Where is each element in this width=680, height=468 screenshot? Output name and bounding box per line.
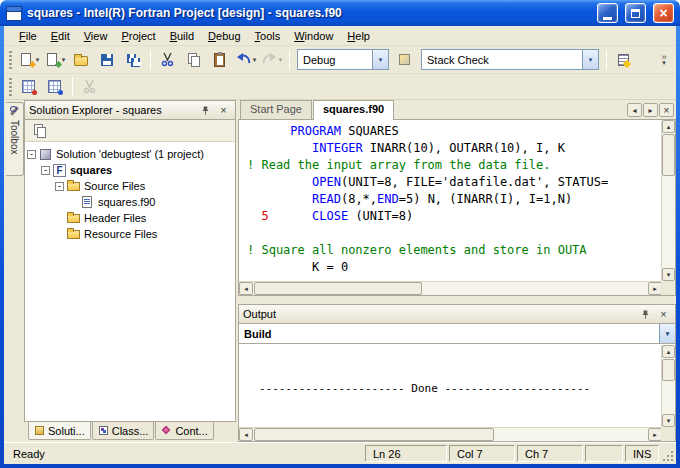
statusbar: Ready Ln 26 Col 7 Ch 7 INS — [4, 442, 676, 464]
menu-edit[interactable]: Edit — [44, 27, 77, 45]
toolbar-grip[interactable] — [9, 78, 12, 96]
titlebar[interactable]: squares - Intel(R) Fortran Project [desi… — [0, 0, 680, 26]
close-document-button[interactable]: × — [659, 103, 674, 117]
scroll-tabs-right-button[interactable]: ▸ — [643, 103, 658, 117]
paste-button[interactable] — [208, 48, 232, 72]
resize-grip[interactable] — [661, 445, 674, 462]
tab-contents[interactable]: Cont... — [155, 422, 213, 440]
tree-row-source-files[interactable]: - Source Files — [27, 178, 233, 194]
scroll-tabs-left-button[interactable]: ◂ — [627, 103, 642, 117]
scroll-up-icon[interactable]: ▴ — [662, 345, 675, 358]
expand-box[interactable]: - — [27, 150, 36, 159]
new-project-dropdown-arrow[interactable]: ▾ — [36, 56, 40, 64]
scrollbar-thumb[interactable] — [254, 428, 494, 441]
redo-dropdown-arrow[interactable]: ▾ — [279, 56, 283, 64]
scrollbar-thumb[interactable] — [662, 359, 675, 381]
header-files-label: Header Files — [84, 212, 146, 224]
tree-row-solution[interactable]: - Solution 'debugtest' (1 project) — [27, 146, 233, 162]
scroll-left-icon[interactable]: ◂ — [239, 428, 253, 441]
tree-row-project[interactable]: - F squares — [27, 162, 233, 178]
add-item-button[interactable]: ▾ — [43, 48, 67, 72]
properties-window-button[interactable] — [612, 48, 636, 72]
close-panel-button[interactable]: × — [216, 103, 231, 117]
cancel-build-button[interactable] — [78, 75, 102, 99]
properties-icon — [32, 123, 48, 139]
build-solution-icon — [21, 79, 37, 95]
solution-configuration-combo[interactable]: Debug ▾ — [297, 49, 389, 70]
solution-explorer-titlebar[interactable]: Solution Explorer - squares × — [24, 100, 236, 120]
toolbar-options-button[interactable]: » ▾ — [656, 48, 672, 72]
save-all-button[interactable] — [121, 48, 145, 72]
configuration-manager-button[interactable] — [393, 48, 417, 72]
properties-window-icon — [616, 52, 632, 68]
save-button[interactable] — [95, 48, 119, 72]
copy-button[interactable] — [182, 48, 206, 72]
editor-vertical-scrollbar[interactable]: ▴ ▾ — [661, 120, 675, 281]
folder-icon — [67, 212, 81, 225]
tree-row-squares-f90[interactable]: squares.f90 — [27, 194, 233, 210]
tab-class-view[interactable]: Class... — [92, 422, 155, 440]
build-solution-button[interactable] — [17, 75, 41, 99]
undo-dropdown-arrow[interactable]: ▾ — [253, 56, 257, 64]
undo-button[interactable]: ▾ — [234, 48, 258, 72]
tab-navigation: ◂ ▸ × — [625, 103, 676, 119]
output-pane-selector[interactable]: Build ▾ — [239, 324, 675, 344]
cut-button[interactable] — [156, 48, 180, 72]
scrollbar-thumb[interactable] — [662, 134, 675, 176]
save-all-icon — [125, 52, 141, 68]
menu-window[interactable]: Window — [287, 27, 340, 45]
redo-icon — [262, 52, 278, 68]
scroll-left-icon[interactable]: ◂ — [239, 282, 253, 295]
menu-project[interactable]: Project — [114, 27, 162, 45]
combo-dropdown-arrow[interactable]: ▾ — [372, 50, 388, 69]
horizontal-splitter[interactable] — [238, 296, 676, 304]
output-horizontal-scrollbar[interactable]: ◂ ▸ — [239, 427, 662, 441]
pin-button[interactable] — [637, 307, 652, 321]
toolbar-grip[interactable] — [9, 51, 12, 69]
tree-row-header-files[interactable]: Header Files — [27, 210, 233, 226]
tree-row-resource-files[interactable]: Resource Files — [27, 226, 233, 242]
redo-button[interactable]: ▾ — [260, 48, 284, 72]
diagnostic-combo[interactable]: Stack Check ▾ — [421, 49, 599, 70]
editor-body: PROGRAM SQUARES INTEGER INARR(10), OUTAR… — [238, 120, 676, 296]
menu-file[interactable]: File — [12, 27, 44, 45]
output-vertical-scrollbar[interactable]: ▴ ▾ — [661, 345, 675, 427]
combo-dropdown-arrow[interactable]: ▾ — [659, 324, 675, 343]
menu-debug[interactable]: Debug — [201, 27, 247, 45]
tab-start-page[interactable]: Start Page — [240, 100, 312, 119]
folder-icon — [67, 180, 81, 193]
new-project-button[interactable]: ▾ — [17, 48, 41, 72]
scroll-right-icon[interactable]: ▸ — [648, 428, 662, 441]
output-titlebar[interactable]: Output × — [238, 304, 676, 324]
combo-dropdown-arrow[interactable]: ▾ — [582, 50, 598, 69]
menu-help[interactable]: Help — [340, 27, 377, 45]
pin-button[interactable] — [197, 103, 212, 117]
window-client-area: File Edit View Project Build Debug Tools… — [4, 26, 676, 464]
minimize-button[interactable] — [597, 3, 618, 23]
expand-box[interactable]: - — [41, 166, 50, 175]
expand-box[interactable]: - — [55, 182, 64, 191]
menu-build[interactable]: Build — [163, 27, 201, 45]
scroll-down-icon[interactable]: ▾ — [662, 414, 675, 427]
code-area[interactable]: PROGRAM SQUARES INTEGER INARR(10), OUTAR… — [239, 120, 662, 281]
scrollbar-thumb[interactable] — [254, 282, 422, 295]
output-text[interactable]: ---------------------- Done ------------… — [239, 345, 662, 427]
properties-button[interactable] — [28, 121, 52, 141]
menu-view[interactable]: View — [77, 27, 115, 45]
close-button[interactable]: × — [653, 3, 674, 23]
toolbox-tab[interactable]: Toolbox — [6, 102, 24, 176]
add-item-dropdown-arrow[interactable]: ▾ — [62, 56, 66, 64]
scroll-up-icon[interactable]: ▴ — [662, 120, 675, 133]
close-panel-button[interactable]: × — [656, 307, 671, 321]
editor-horizontal-scrollbar[interactable]: ◂ ▸ — [239, 281, 662, 295]
menu-tools[interactable]: Tools — [248, 27, 288, 45]
cut-icon — [160, 52, 176, 68]
tab-solution-explorer[interactable]: Soluti... — [28, 422, 91, 440]
pin-icon — [640, 309, 650, 320]
open-file-button[interactable] — [69, 48, 93, 72]
scroll-right-icon[interactable]: ▸ — [648, 282, 662, 295]
maximize-button[interactable] — [625, 3, 646, 23]
scroll-down-icon[interactable]: ▾ — [662, 268, 675, 281]
tab-squares-f90[interactable]: squares.f90 — [313, 100, 394, 120]
build-project-button[interactable] — [43, 75, 67, 99]
